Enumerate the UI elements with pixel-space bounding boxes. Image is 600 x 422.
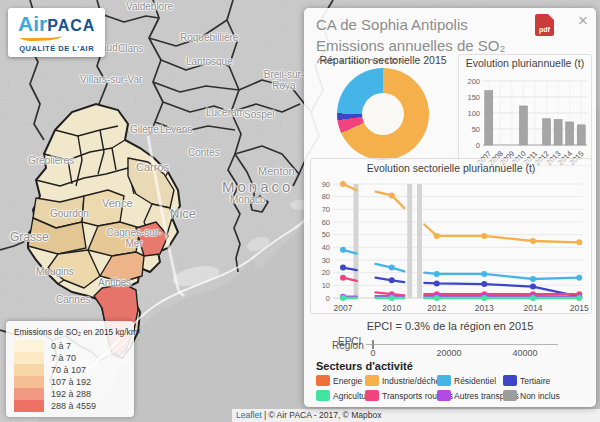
map-place-label: Vence — [102, 197, 133, 209]
line-chart-title: Evolution sectorielle pluriannuelle (t) — [311, 162, 591, 174]
donut-box: Répartition sectorielle 2015 — [310, 54, 456, 164]
map-place-label: Monaco — [230, 194, 266, 205]
sector-legend-item[interactable]: Autres transports — [437, 390, 503, 401]
info-panel: CA de Sophia Antipolis Emissions annuell… — [304, 8, 596, 407]
legend-range: 0 à 7 — [51, 341, 71, 351]
sector-swatch — [437, 390, 451, 401]
donut-chart[interactable] — [337, 68, 429, 160]
logo-air-text: Air — [18, 12, 47, 36]
svg-text:20: 20 — [322, 268, 330, 277]
slider-tick: 40000 — [512, 348, 537, 358]
bar-chart-title: Evolution pluriannuelle (t) — [459, 57, 591, 69]
legend-row: 288 à 4559 — [14, 400, 128, 412]
donut-hole — [362, 93, 404, 135]
svg-text:40: 40 — [322, 243, 330, 252]
line-chart[interactable]: 0102030405060708090200720102012201320142… — [311, 176, 591, 316]
svg-text:150: 150 — [467, 93, 480, 102]
map-place-label: Mougins — [36, 266, 74, 277]
sector-label: Résidentiel — [454, 376, 496, 386]
svg-text:50: 50 — [472, 125, 480, 134]
sector-swatch — [503, 375, 517, 386]
sector-label: Tertiaire — [520, 376, 550, 386]
svg-text:2015: 2015 — [570, 303, 589, 313]
sector-label: Non inclus — [520, 391, 560, 401]
slider-axis[interactable] — [366, 344, 558, 345]
map-place-label: Nice — [170, 206, 196, 221]
sector-swatch — [316, 375, 330, 386]
epci-region-slider[interactable]: EPCI Région 0 20000 40000 — [316, 336, 584, 360]
svg-text:30: 30 — [322, 256, 330, 265]
slider-tick: 20000 — [436, 348, 461, 358]
epci-summary: EPCI = 0.3% de la région en 2015 — [304, 320, 596, 332]
close-icon[interactable]: × — [578, 12, 588, 29]
sector-legend-item[interactable]: Industrie/déchets — [365, 375, 437, 386]
map-place-label: Cagnes-sur-Mer — [104, 228, 164, 249]
slider-tick: 0 — [370, 348, 375, 358]
legend-range: 107 à 192 — [51, 377, 91, 387]
legend-swatch — [14, 376, 44, 388]
sector-legend-item[interactable]: Transports routiers — [365, 390, 437, 401]
legend-row: 0 à 7 — [14, 340, 128, 352]
map-place-label: Valdeblore — [126, 1, 173, 12]
map-place-label: Gourdon — [50, 208, 89, 219]
legend-range: 70 à 107 — [51, 365, 86, 375]
map-attribution: Leaflet | © Air PACA - 2017, © Mapbox — [232, 409, 600, 422]
svg-text:200: 200 — [467, 77, 480, 86]
map-place-label: Carros — [136, 161, 169, 173]
map-place-label: Contes — [188, 147, 220, 158]
map-legend-title: Emissions de SO₂ en 2015 kg/km² — [14, 327, 128, 337]
sector-swatch — [316, 390, 330, 401]
map-place-label: Cannes — [56, 294, 90, 305]
svg-text:10: 10 — [322, 281, 330, 290]
legend-swatch — [14, 388, 44, 400]
legend-swatch — [14, 340, 44, 352]
svg-text:60: 60 — [322, 218, 330, 227]
sectors-legend: Energie Industrie/déchets Résidentiel Te… — [316, 375, 560, 401]
map-legend: Emissions de SO₂ en 2015 kg/km² 0 à 7 7 … — [6, 321, 134, 417]
legend-swatch — [14, 364, 44, 376]
map-place-label: Gréolières — [28, 155, 74, 166]
map-place-label: Sospel — [244, 109, 275, 120]
donut-chart-title: Répartition sectorielle 2015 — [310, 54, 456, 66]
svg-text:2012: 2012 — [427, 303, 446, 313]
panel-title: CA de Sophia Antipolis — [316, 16, 468, 33]
map-place-label: Levens — [160, 124, 192, 135]
legend-row: 192 à 288 — [14, 388, 128, 400]
sector-legend-item[interactable]: Tertiaire — [503, 375, 560, 386]
map-place-label: Monaco — [222, 178, 293, 195]
map-place-label: Grasse — [10, 230, 49, 244]
sector-legend-item[interactable]: Agriculture — [316, 390, 365, 401]
pdf-icon: pdf — [535, 26, 554, 33]
map-place-label: Gilette — [130, 124, 159, 135]
leaflet-link[interactable]: Leaflet — [236, 410, 262, 420]
logo-paca-text: PACA — [47, 17, 95, 35]
legend-row: 70 à 107 — [14, 364, 128, 376]
legend-range: 7 à 70 — [51, 353, 76, 363]
slider-label-region: Région — [332, 340, 364, 351]
sector-legend-item[interactable]: Energie — [316, 375, 365, 386]
sector-legend-item[interactable]: Résidentiel — [437, 375, 503, 386]
attribution-text: © Air PACA - 2017, © Mapbox — [268, 410, 381, 420]
airpaca-logo: Air PACA QUALITÉ DE L'AIR — [8, 8, 105, 57]
svg-text:0: 0 — [326, 294, 330, 303]
line-box: Evolution sectorielle pluriannuelle (t) … — [310, 158, 592, 314]
sector-swatch — [365, 375, 379, 386]
bar-box: Evolution pluriannuelle (t) 050100150200… — [458, 54, 592, 166]
svg-text:2010: 2010 — [382, 303, 401, 313]
svg-text:2014: 2014 — [524, 303, 543, 313]
map-place-label: Roquebillière — [180, 32, 238, 43]
legend-row: 107 à 192 — [14, 376, 128, 388]
svg-text:2007: 2007 — [334, 303, 353, 313]
sector-swatch — [503, 390, 517, 401]
legend-swatch — [14, 400, 44, 412]
sector-legend-item[interactable]: Non inclus — [503, 390, 560, 401]
map[interactable]: Rigaud Valdeblore Clans Roquebillière La… — [0, 0, 600, 422]
svg-text:50: 50 — [322, 230, 330, 239]
svg-text:0: 0 — [476, 141, 480, 150]
sector-swatch — [437, 375, 451, 386]
svg-text:70: 70 — [322, 205, 330, 214]
pdf-export-button[interactable]: pdf — [535, 14, 554, 36]
legend-swatch — [14, 352, 44, 364]
svg-text:90: 90 — [322, 180, 330, 189]
map-place-label: Lucéram — [206, 107, 245, 118]
